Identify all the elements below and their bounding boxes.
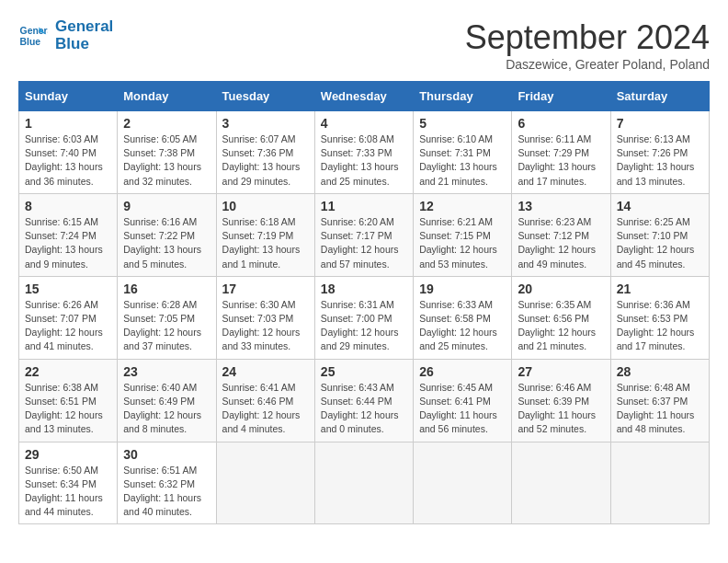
- calendar-cell: 17Sunrise: 6:30 AM Sunset: 7:03 PM Dayli…: [216, 276, 314, 359]
- svg-text:Blue: Blue: [20, 36, 41, 46]
- calendar-cell: [314, 442, 413, 524]
- day-info: Sunrise: 6:21 AM Sunset: 7:15 PM Dayligh…: [419, 215, 506, 271]
- calendar-cell: [414, 442, 512, 524]
- calendar-cell: 27Sunrise: 6:46 AM Sunset: 6:39 PM Dayli…: [512, 359, 610, 442]
- day-number: 30: [123, 447, 210, 462]
- day-number: 13: [518, 199, 604, 213]
- calendar-week-2: 8Sunrise: 6:15 AM Sunset: 7:24 PM Daylig…: [19, 193, 710, 276]
- day-info: Sunrise: 6:43 AM Sunset: 6:44 PM Dayligh…: [321, 381, 407, 437]
- day-number: 23: [123, 364, 210, 379]
- calendar-cell: 10Sunrise: 6:18 AM Sunset: 7:19 PM Dayli…: [216, 193, 314, 276]
- day-number: 22: [25, 364, 111, 379]
- calendar-week-3: 15Sunrise: 6:26 AM Sunset: 7:07 PM Dayli…: [19, 276, 710, 359]
- day-info: Sunrise: 6:13 AM Sunset: 7:26 PM Dayligh…: [617, 132, 703, 189]
- weekday-header-thursday: Thursday: [414, 82, 512, 111]
- day-info: Sunrise: 6:40 AM Sunset: 6:49 PM Dayligh…: [123, 381, 210, 437]
- calendar-cell: 24Sunrise: 6:41 AM Sunset: 6:46 PM Dayli…: [216, 359, 314, 442]
- calendar-cell: 23Sunrise: 6:40 AM Sunset: 6:49 PM Dayli…: [118, 359, 216, 442]
- calendar-cell: 18Sunrise: 6:31 AM Sunset: 7:00 PM Dayli…: [314, 276, 413, 359]
- calendar-cell: 21Sunrise: 6:36 AM Sunset: 6:53 PM Dayli…: [610, 276, 709, 359]
- calendar-cell: 22Sunrise: 6:38 AM Sunset: 6:51 PM Dayli…: [19, 359, 118, 442]
- calendar-cell: 25Sunrise: 6:43 AM Sunset: 6:44 PM Dayli…: [314, 359, 413, 442]
- calendar-body: 1Sunrise: 6:03 AM Sunset: 7:40 PM Daylig…: [19, 111, 710, 524]
- day-info: Sunrise: 6:03 AM Sunset: 7:40 PM Dayligh…: [25, 132, 111, 189]
- weekday-header-monday: Monday: [118, 82, 216, 111]
- day-info: Sunrise: 6:10 AM Sunset: 7:31 PM Dayligh…: [419, 132, 506, 189]
- calendar-cell: 30Sunrise: 6:51 AM Sunset: 6:32 PM Dayli…: [118, 442, 216, 524]
- logo-line2: Blue: [55, 36, 113, 53]
- day-number: 28: [617, 364, 703, 379]
- logo: General Blue General Blue: [18, 18, 113, 52]
- svg-text:General: General: [20, 26, 48, 36]
- calendar-table: SundayMondayTuesdayWednesdayThursdayFrid…: [18, 81, 710, 524]
- day-number: 7: [617, 116, 703, 131]
- calendar-cell: 8Sunrise: 6:15 AM Sunset: 7:24 PM Daylig…: [19, 193, 118, 276]
- calendar-cell: 9Sunrise: 6:16 AM Sunset: 7:22 PM Daylig…: [118, 193, 216, 276]
- day-number: 14: [617, 199, 703, 213]
- calendar-cell: 4Sunrise: 6:08 AM Sunset: 7:33 PM Daylig…: [314, 111, 413, 194]
- day-number: 5: [419, 116, 506, 131]
- day-number: 8: [25, 199, 111, 213]
- day-number: 21: [617, 282, 703, 296]
- calendar-cell: 3Sunrise: 6:07 AM Sunset: 7:36 PM Daylig…: [216, 111, 314, 194]
- day-number: 19: [419, 282, 506, 296]
- calendar-header-row: SundayMondayTuesdayWednesdayThursdayFrid…: [19, 82, 710, 111]
- day-info: Sunrise: 6:23 AM Sunset: 7:12 PM Dayligh…: [518, 215, 604, 271]
- calendar-cell: 19Sunrise: 6:33 AM Sunset: 6:58 PM Dayli…: [414, 276, 512, 359]
- calendar-cell: 28Sunrise: 6:48 AM Sunset: 6:37 PM Dayli…: [610, 359, 709, 442]
- calendar-cell: 6Sunrise: 6:11 AM Sunset: 7:29 PM Daylig…: [512, 111, 610, 194]
- day-info: Sunrise: 6:15 AM Sunset: 7:24 PM Dayligh…: [25, 215, 111, 271]
- calendar-cell: 13Sunrise: 6:23 AM Sunset: 7:12 PM Dayli…: [512, 193, 610, 276]
- day-info: Sunrise: 6:18 AM Sunset: 7:19 PM Dayligh…: [222, 215, 309, 271]
- day-info: Sunrise: 6:11 AM Sunset: 7:29 PM Dayligh…: [518, 132, 604, 189]
- day-number: 11: [321, 199, 407, 213]
- day-number: 24: [222, 364, 309, 379]
- day-number: 2: [123, 116, 210, 131]
- day-info: Sunrise: 6:05 AM Sunset: 7:38 PM Dayligh…: [123, 132, 210, 189]
- page-header: General Blue General Blue September 2024…: [18, 18, 710, 72]
- day-number: 18: [321, 282, 407, 296]
- day-number: 17: [222, 282, 309, 296]
- day-number: 16: [123, 282, 210, 296]
- calendar-cell: 29Sunrise: 6:50 AM Sunset: 6:34 PM Dayli…: [19, 442, 118, 524]
- calendar-cell: 16Sunrise: 6:28 AM Sunset: 7:05 PM Dayli…: [118, 276, 216, 359]
- weekday-header-wednesday: Wednesday: [314, 82, 413, 111]
- day-number: 10: [222, 199, 309, 213]
- weekday-header-sunday: Sunday: [19, 82, 118, 111]
- day-info: Sunrise: 6:35 AM Sunset: 6:56 PM Dayligh…: [518, 298, 604, 354]
- calendar-cell: 15Sunrise: 6:26 AM Sunset: 7:07 PM Dayli…: [19, 276, 118, 359]
- day-info: Sunrise: 6:36 AM Sunset: 6:53 PM Dayligh…: [617, 298, 703, 354]
- day-info: Sunrise: 6:20 AM Sunset: 7:17 PM Dayligh…: [321, 215, 407, 271]
- day-number: 27: [518, 364, 604, 379]
- weekday-header-tuesday: Tuesday: [216, 82, 314, 111]
- calendar-cell: [610, 442, 709, 524]
- calendar-cell: 1Sunrise: 6:03 AM Sunset: 7:40 PM Daylig…: [19, 111, 118, 194]
- day-number: 1: [25, 116, 111, 131]
- calendar-cell: 20Sunrise: 6:35 AM Sunset: 6:56 PM Dayli…: [512, 276, 610, 359]
- calendar-cell: [216, 442, 314, 524]
- day-number: 3: [222, 116, 309, 131]
- calendar-week-5: 29Sunrise: 6:50 AM Sunset: 6:34 PM Dayli…: [19, 442, 710, 524]
- day-info: Sunrise: 6:51 AM Sunset: 6:32 PM Dayligh…: [123, 464, 210, 520]
- day-number: 25: [321, 364, 407, 379]
- day-number: 4: [321, 116, 407, 131]
- day-number: 29: [25, 447, 111, 462]
- day-info: Sunrise: 6:41 AM Sunset: 6:46 PM Dayligh…: [222, 381, 309, 437]
- day-info: Sunrise: 6:30 AM Sunset: 7:03 PM Dayligh…: [222, 298, 309, 354]
- calendar-week-4: 22Sunrise: 6:38 AM Sunset: 6:51 PM Dayli…: [19, 359, 710, 442]
- day-number: 6: [518, 116, 604, 131]
- day-info: Sunrise: 6:28 AM Sunset: 7:05 PM Dayligh…: [123, 298, 210, 354]
- day-info: Sunrise: 6:50 AM Sunset: 6:34 PM Dayligh…: [25, 464, 111, 520]
- subtitle: Daszewice, Greater Poland, Poland: [465, 57, 710, 72]
- logo-line1: General: [55, 18, 113, 36]
- day-info: Sunrise: 6:31 AM Sunset: 7:00 PM Dayligh…: [321, 298, 407, 354]
- day-info: Sunrise: 6:38 AM Sunset: 6:51 PM Dayligh…: [25, 381, 111, 437]
- calendar-cell: 7Sunrise: 6:13 AM Sunset: 7:26 PM Daylig…: [610, 111, 709, 194]
- calendar-cell: [512, 442, 610, 524]
- day-info: Sunrise: 6:46 AM Sunset: 6:39 PM Dayligh…: [518, 381, 604, 437]
- day-info: Sunrise: 6:07 AM Sunset: 7:36 PM Dayligh…: [222, 132, 309, 189]
- day-number: 12: [419, 199, 506, 213]
- weekday-header-friday: Friday: [512, 82, 610, 111]
- calendar-cell: 26Sunrise: 6:45 AM Sunset: 6:41 PM Dayli…: [414, 359, 512, 442]
- title-section: September 2024 Daszewice, Greater Poland…: [465, 18, 710, 72]
